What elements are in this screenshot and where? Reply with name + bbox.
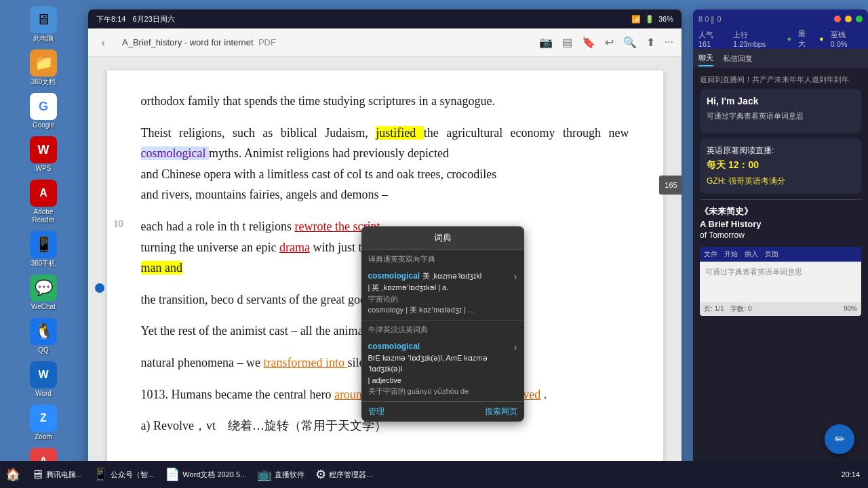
camera-icon[interactable]: 📷 [536,33,555,52]
layout-icon[interactable]: ▤ [559,33,575,52]
back-button[interactable]: ‹ [94,33,113,52]
taskbar-icon-1: 🖥 [31,468,43,482]
start-icon: 🏠 [5,467,20,482]
rp-book-title1: 《未来简史》 [700,205,861,218]
rp-username: Hi, I'm Jack [707,96,854,106]
right-panel: 8 0 ‖ 0 人气 161 上行 1.23mbps ● 最大 ● 至钱 0.0… [693,9,868,470]
dict-entry2-text: cosmological BrE kɒzmə ˈlɒdʒɪk(ə)l, AmE … [368,340,510,397]
tab-chat[interactable]: 聊天 [698,51,713,66]
pdf-toolbar: ‹ A_Brief_history - word for internet PD… [88,28,682,57]
dict-entry2-meaning: 关于宇宙的 guānyú yǔzhòu de [368,386,510,397]
justified-highlight: justified [376,126,423,140]
taskbar-item-4[interactable]: 📺 直播软件 [252,461,310,488]
rp-user-sublabel: 可通过字典查看英语单词意思 [707,110,854,122]
theist-start: Theist religions, such as biblical Judai… [141,126,368,140]
sidebar-icon-adobe[interactable]: A Adobe Reader [20,177,67,227]
dict-entry1: cosmological 美 ˌkɑzməˈlɑdʒɪkl | 英 ˌkɒzmə… [361,266,524,321]
doc-tab-row: 文件 开始 插入 页面 [700,247,861,262]
dict-title: 词典 [361,226,524,250]
sidebar-icon-zoom[interactable]: Z Zoom [20,402,67,444]
stat-upload: 上行 1.23mbps [733,30,780,48]
sidebar-icon-qq[interactable]: 🐧 QQ [20,315,67,357]
tab-private[interactable]: 私信回复 [723,52,753,66]
sidebar-icon-computer[interactable]: 🖥 此电脑 [20,3,67,45]
close-button[interactable] [834,16,841,22]
rp-live-label: 英语原著阅读直播: [707,145,854,157]
paragraph-orthodox-text: orthodox family that spends the time stu… [141,94,495,108]
toolbar-icons: 📷 ▤ 🔖 ↩ 🔍 ⬆ ··· [536,33,676,52]
battery-percent: 36% [658,15,673,23]
rp-book-section: 《未来简史》 A Brief History of Tomorrow [700,205,861,240]
pdf-filename: A_Brief_history - word for internet PDF [117,37,532,47]
embedded-doc: 文件 开始 插入 页面 可通过字典查看英语单词意思 页: 1/1 字数: 0 9… [700,247,861,316]
rp-divider [700,199,861,200]
undo-icon[interactable]: ↩ [602,33,616,52]
stat-max: 最大 [798,28,812,49]
theist-fairies: and rivers, mountains fairies, angels an… [141,188,388,201]
transition-servants: d servants of the great gods. [237,293,374,306]
man-and-highlight: man and [141,261,182,274]
fab-edit-button[interactable]: ✏ [825,424,854,454]
cosmological-selected[interactable]: cosmological [141,146,209,160]
more-icon[interactable]: ··· [662,33,676,52]
taskbar-item-2[interactable]: 📱 公众号（智... [87,461,159,488]
doc-tab-open[interactable]: 开始 [724,249,738,259]
pdf-content[interactable]: 165 orthodox family that spends the time… [88,57,682,470]
para-1013-end: . [544,388,547,401]
doc-words: 字数: 0 [730,304,751,314]
theist-myths: myths. Animist religions had previously … [209,146,449,160]
sidebar-icon-word[interactable]: W Word [20,359,67,401]
natural-start: natural phenomena – we [141,356,260,369]
sidebar-icon-360phone[interactable]: 📱 360手机 [20,228,67,270]
turning-drama: an epic [241,241,279,254]
stat-charge-indicator: ● [819,35,824,43]
filetype-badge: PDF [258,37,276,47]
sidebar-icon-wechat[interactable]: 💬 WeChat [20,272,67,314]
stat-charge: 至钱 0.0% [831,30,863,48]
sidebar-icon-google[interactable]: G Google [20,90,67,132]
status-date: 6月23日周六 [132,14,174,24]
doc-statusbar: 页: 1/1 字数: 0 90% [700,302,861,316]
drama-text: drama [279,241,310,254]
taskbar-item-1[interactable]: 🖥 腾讯电脑... [26,461,87,488]
taskbar-label-2: 公众号（智... [111,470,154,480]
taskbar-start[interactable]: 🏠 [0,461,26,488]
dict-search-btn[interactable]: 搜索网页 [485,406,517,418]
paragraph-theist: Theist religions, such as biblical Judai… [141,123,629,205]
taskbar-icon-5: ⚙ [315,467,326,482]
dict-entry1-related: cosmology | 美 kɑzˈmɑlədʒɪ | ... [368,304,510,316]
rp-gzh: GZH: 强哥英语考满分 [707,176,854,187]
taskbar-time: 20:14 [841,470,860,479]
bookmark-icon[interactable]: 🔖 [579,33,598,52]
filename-text: A_Brief_history - word for internet [122,37,254,47]
doc-tab-file[interactable]: 文件 [704,249,717,259]
maximize-button[interactable] [856,16,863,22]
stat-viewers: 人气 161 [698,30,726,48]
doc-tab-page[interactable]: 页面 [765,249,778,259]
doc-tab-insert[interactable]: 插入 [745,249,758,259]
theist-ors: ts and oak trees, crocodiles [365,167,496,181]
panel-dots: 8 0 ‖ 0 [698,15,722,24]
sidebar-icon-wps[interactable]: W WPS [20,134,67,176]
rp-book-title2: A Brief History [700,219,861,229]
taskbar-item-5[interactable]: ⚙ 程序管理器... [310,461,378,488]
taskbar: 🏠 🖥 腾讯电脑... 📱 公众号（智... 📄 Word文档 2020.5..… [0,461,868,488]
desktop-icon-bar: 🖥 此电脑 📁 360文档 G Google W WPS A Adobe Rea… [0,0,87,461]
dict-entry2-pos: | adjective [368,375,510,386]
taskbar-right: 20:14 [841,470,868,479]
turning-start: turning the universe [141,241,239,254]
share-icon[interactable]: ⬆ [644,33,658,52]
minimize-button[interactable] [845,16,852,22]
sidebar-icon-360doc[interactable]: 📁 360文档 [20,47,67,89]
rp-gzh-value: 强哥英语考满分 [728,176,785,186]
search-icon[interactable]: 🔍 [620,33,639,52]
page-number: 165 [665,181,677,189]
status-time: 下午8:14 [96,14,125,24]
taskbar-icon-2: 📱 [93,467,108,482]
dict-footer: 管理 搜索网页 [361,401,524,422]
taskbar-item-3[interactable]: 📄 Word文档 2020.5... [159,461,252,488]
dict-entry2-arrow[interactable]: › [510,340,517,354]
dict-manage-btn[interactable]: 管理 [368,406,384,418]
dict-entry1-arrow[interactable]: › [510,270,517,284]
theist-end: the agricultural economy through new [424,126,629,140]
